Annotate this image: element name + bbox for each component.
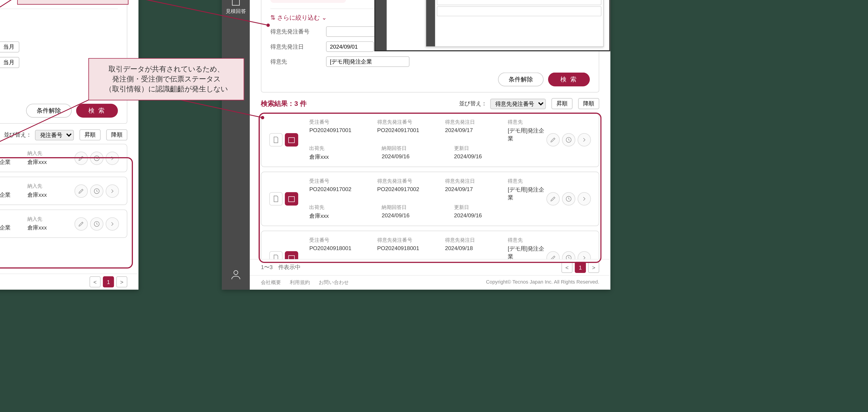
pager: 1〜3 件表示中 < 1 >	[250, 259, 610, 275]
col-label: 得意先発注日	[445, 119, 491, 126]
col-label: 仕入先	[0, 183, 11, 190]
col-val: 2024/09/16	[454, 153, 504, 159]
sidebar-user[interactable]	[230, 268, 242, 282]
row-icon-ack[interactable]	[269, 192, 283, 206]
col-label: 得意先発注番号	[377, 237, 428, 244]
row-detail-button[interactable]	[105, 184, 119, 198]
customer-date-from-input[interactable]	[326, 41, 374, 52]
col-label: 出荷先	[309, 204, 365, 211]
col-label: 更新日	[454, 145, 504, 152]
form-label-customer-date: 得意先発注日	[270, 43, 326, 51]
col-val: 2024/09/17	[445, 127, 491, 133]
svg-rect-18	[289, 138, 294, 143]
pager-page-1[interactable]: 1	[103, 276, 114, 287]
footer-link-terms[interactable]: 利用規約	[290, 279, 310, 286]
row-detail-button[interactable]	[578, 192, 591, 206]
btn-asc[interactable]: 昇順	[80, 129, 101, 140]
col-label: 得意先発注日	[445, 178, 491, 185]
row-history-button[interactable]	[90, 184, 103, 198]
form-label-customer-po: 得意先発注番号	[270, 28, 326, 35]
col-val: PO20240918001	[377, 245, 428, 251]
status-tiles: 請書未送付 納期未回答	[270, 0, 346, 3]
btn-this-month[interactable]: 当月	[0, 57, 20, 68]
row-history-button[interactable]	[562, 133, 575, 147]
row-icon-ack[interactable]	[269, 251, 283, 259]
row-detail-button[interactable]	[578, 133, 591, 147]
btn-desc[interactable]: 降順	[578, 98, 599, 109]
sidebar-label: 見積回答	[226, 8, 246, 15]
results-title: 検索結果：3 件	[261, 99, 307, 109]
col-label: 得意先発注番号	[377, 119, 428, 126]
row-detail-button[interactable]	[578, 251, 591, 259]
btn-asc[interactable]: 昇順	[551, 98, 572, 109]
svg-rect-20	[289, 197, 294, 202]
pager-prev[interactable]: <	[561, 262, 572, 273]
col-val: PO20240917002	[309, 186, 360, 192]
customer-input[interactable]	[326, 56, 409, 67]
filter-toggle[interactable]: ⇅ さらに絞り込む ⌄	[0, 8, 118, 26]
col-label: 出荷先	[309, 145, 365, 152]
sidebar-quote-reply[interactable]: 見積回答	[226, 0, 246, 15]
sort-area: 並び替え： 発注番号 昇順 降順	[4, 129, 127, 140]
row-icon-no-reply[interactable]	[285, 192, 298, 206]
row-edit-button[interactable]	[546, 251, 560, 259]
col-label: 納期回答日	[381, 145, 437, 152]
row-edit-button[interactable]	[74, 151, 88, 165]
calculator-icon	[230, 0, 242, 7]
svg-rect-15	[232, 0, 240, 5]
col-label: 納期回答日	[381, 204, 437, 211]
col-val: PO20240917002	[377, 186, 428, 192]
btn-desc[interactable]: 降順	[106, 129, 127, 140]
col-label: 得意先発注番号	[377, 178, 428, 185]
row-icon-ack[interactable]	[269, 133, 283, 147]
result-row: 発注番号PO20240918001 発注日2024/09/18 仕入先[デモ用]…	[0, 209, 127, 238]
result-row: 受注番号PO20240917001 得意先発注番号PO20240917001 得…	[261, 113, 599, 167]
thumb-main: ホーム > 入荷取引状況確認 入荷取引状況確認 検索結果： 21 件 支払予定取…	[387, 0, 610, 50]
pager-prev[interactable]: <	[90, 276, 101, 287]
row-detail-button[interactable]	[105, 151, 119, 165]
col-label: 受注番号	[309, 119, 360, 126]
col-val: 倉庫xxx	[27, 158, 47, 166]
footer-link-company[interactable]: 会社概要	[261, 279, 281, 286]
col-val: 倉庫xxx	[309, 153, 365, 161]
pager: 1〜3 件表示中 < 1 >	[0, 274, 138, 290]
pager-page-1[interactable]: 1	[575, 262, 586, 273]
row-edit-button[interactable]	[74, 184, 88, 198]
row-history-button[interactable]	[90, 217, 103, 230]
col-val: 倉庫xxx	[27, 224, 47, 232]
row-edit-button[interactable]	[546, 192, 560, 206]
pager-next[interactable]: >	[116, 276, 127, 287]
row-edit-button[interactable]	[74, 217, 88, 230]
sort-select[interactable]: 発注番号	[35, 129, 74, 140]
btn-this-month[interactable]: 当月	[0, 41, 20, 53]
row-detail-button[interactable]	[105, 217, 119, 230]
col-val: [デモ用]受注企業	[0, 191, 11, 199]
btn-clear[interactable]: 条件解除	[498, 72, 544, 87]
footer-copyright: Copyright© Tecnos Japan Inc. All Rights …	[486, 279, 599, 286]
user-icon	[230, 268, 242, 281]
sort-label: 並び替え：	[459, 100, 487, 108]
row-history-button[interactable]	[90, 151, 103, 165]
col-label: 更新日	[454, 204, 504, 211]
col-val: [デモ用]発注企業	[508, 186, 546, 202]
row-icon-no-reply[interactable]	[285, 133, 298, 147]
row-history-button[interactable]	[562, 251, 575, 259]
result-row: 受注番号PO20240918001 得意先発注番号PO20240918001 得…	[261, 231, 599, 259]
btn-search[interactable]: 検 索	[76, 104, 118, 118]
btn-clear[interactable]: 条件解除	[26, 104, 72, 118]
row-edit-button[interactable]	[546, 133, 560, 147]
col-val: [デモ用]発注企業	[508, 127, 546, 143]
col-val: 2024/09/18	[445, 245, 491, 251]
ordering-app: 新規発注 発注 入荷 支払予定 見積 CBP Demo ホーム > 発注取引状況…	[0, 0, 138, 290]
col-val: [デモ用]受注企業	[0, 224, 11, 232]
row-history-button[interactable]	[562, 192, 575, 206]
pager-text: 1〜3 件表示中	[261, 263, 301, 271]
row-icon-no-reply[interactable]	[285, 251, 298, 259]
sort-area: 並び替え： 得意先発注番号 昇順 降順	[459, 98, 599, 109]
footer-link-contact[interactable]: お問い合わせ	[319, 279, 349, 286]
sort-select[interactable]: 得意先発注番号	[490, 98, 546, 109]
form-label-customer: 得意先	[270, 58, 326, 66]
btn-search[interactable]: 検 索	[548, 72, 590, 87]
pager-next[interactable]: >	[588, 262, 599, 273]
col-val: [デモ用]発注企業	[508, 245, 546, 259]
